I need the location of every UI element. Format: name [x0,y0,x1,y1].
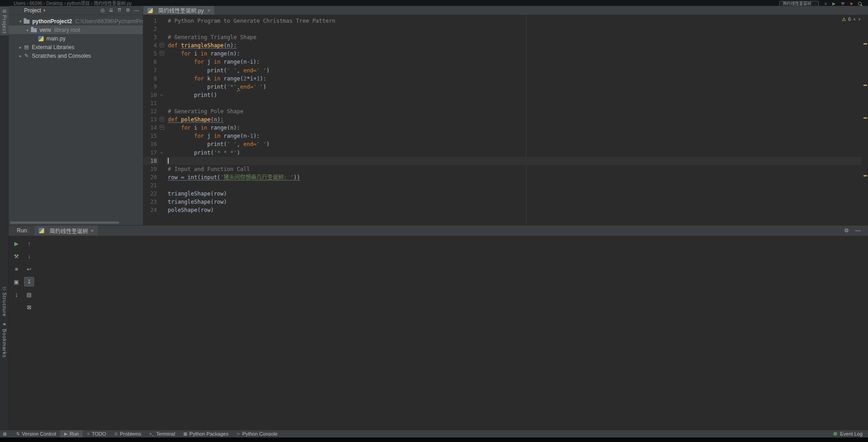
inspections-widget[interactable]: ⚠ 6 ∧ ∨ [842,16,861,22]
code-line[interactable] [166,25,862,33]
print-icon[interactable]: ▤ [24,290,34,299]
run-configuration-select[interactable]: 简约线性圣诞树 [779,1,819,6]
line-number[interactable]: 23 [143,198,159,206]
run-tab[interactable]: 简约线性圣诞树 × [35,226,97,236]
collapse-all-icon[interactable]: ⇈ [117,7,121,13]
stripe-project-button[interactable]: ▤ Project [0,7,9,35]
edit-configuration-icon[interactable]: ⚒ [11,251,21,261]
line-number[interactable]: 1 [143,17,159,25]
code-line[interactable]: def poleShape(n): [166,116,862,124]
editor-gutter[interactable]: 123456789101112131415161718192021222324 [143,17,159,214]
rerun-icon[interactable]: ▶ [11,239,21,248]
close-icon[interactable]: × [90,228,93,233]
chevron-right-icon[interactable]: ▸ [18,54,23,58]
code-line[interactable]: triangleShape(row) [166,198,862,206]
soft-wrap-icon[interactable]: ↩ [24,264,34,274]
code-line[interactable]: # Input and Function Call [166,165,862,173]
warning-stripe-mark[interactable] [863,43,867,45]
chevron-down-icon[interactable]: ▾ [43,8,45,13]
code-line[interactable]: print(' ', end=' ') [166,140,862,148]
line-number[interactable]: 9 [143,83,159,91]
line-number[interactable]: 21 [143,181,159,190]
statusbar-item-problems[interactable]: ⊙Problems [110,430,145,437]
tree-item-scratches[interactable]: ▸ ✎ Scratches and Consoles [9,51,143,60]
line-number[interactable]: 12 [143,107,159,116]
line-number[interactable]: 13 [143,116,159,124]
restore-layout-icon[interactable]: ▣ [11,277,21,286]
run-icon[interactable]: ▶ [833,1,836,6]
locate-file-icon[interactable]: ◎ [100,7,105,13]
line-number[interactable]: 4 [143,41,159,50]
fold-collapse-icon[interactable]: − [160,51,164,55]
code-line[interactable] [166,181,862,190]
tree-item-main-py[interactable]: main.py [9,34,143,43]
hide-icon[interactable]: — [134,7,139,13]
line-number[interactable]: 24 [143,206,159,214]
chevron-right-icon[interactable]: ▸ [18,45,23,50]
line-number[interactable]: 19 [143,165,159,173]
main-menu-icon[interactable]: ≡ [824,1,827,6]
pin-icon[interactable]: ↨ [11,290,21,299]
fold-collapse-icon[interactable]: − [160,117,164,121]
statusbar-item-version-control[interactable]: ⇅Version Control [12,430,60,437]
line-number[interactable]: 3 [143,33,159,41]
code-line[interactable]: for k in range(2*i+1): [166,75,862,83]
line-number[interactable]: 5 [143,50,159,58]
statusbar-item-python-console[interactable]: ≻Python Console [232,430,281,437]
horizontal-scrollbar[interactable] [10,221,119,224]
statusbar-item-todo[interactable]: ≡TODO [83,430,110,437]
code-line[interactable]: for j in range(n-i): [166,58,862,66]
code-line[interactable]: for j in range(n-1): [166,132,862,140]
close-icon[interactable]: × [207,8,210,13]
chevron-down-icon[interactable]: ▾ [18,19,23,24]
code-line[interactable]: # Python Program to Generate Christmas T… [166,17,862,25]
editor-tab[interactable]: 简约线性圣诞树.py × [143,6,214,15]
line-number[interactable]: 2 [143,25,159,33]
line-number[interactable]: 22 [143,190,159,198]
settings-icon[interactable]: ⚙ [844,227,849,234]
warning-stripe-mark[interactable] [863,117,867,119]
line-number[interactable]: 20 [143,173,159,181]
hide-icon[interactable]: — [855,227,861,234]
statusbar-item-terminal[interactable]: >_Terminal [145,430,179,437]
down-stack-trace-icon[interactable]: ↓ [24,251,34,261]
code-line[interactable]: print() [166,91,862,99]
project-panel-title[interactable]: Project [24,7,41,14]
line-number[interactable]: 15 [143,132,159,140]
code-line[interactable]: for i in range(n): [166,124,862,132]
event-log-button[interactable]: Event Log [833,431,868,437]
code-line[interactable]: triangleShape(row) [166,190,862,198]
stripe-bookmarks-button[interactable]: ⚑ Bookmarks [0,321,9,360]
warning-stripe-mark[interactable] [863,175,867,176]
expand-all-icon[interactable]: ⇊ [109,7,113,13]
line-number[interactable]: 6 [143,58,159,66]
line-number[interactable]: 11 [143,99,159,107]
statusbar-item-run[interactable]: ▶Run [60,430,83,437]
stop-icon[interactable]: ■ [850,1,853,6]
run-console[interactable] [38,236,868,430]
warning-stripe-mark[interactable] [863,85,867,86]
line-number[interactable]: 8 [143,75,159,83]
code-line[interactable]: # Generating Triangle Shape [166,33,862,41]
code-line[interactable] [166,99,862,107]
stripe-structure-button[interactable]: ◫ Structure [0,284,9,319]
editor-code[interactable]: # Python Program to Generate Christmas T… [166,17,862,214]
code-line[interactable]: for i in range(n): [166,50,862,58]
toolwindow-switcher-icon[interactable]: ▦ [3,432,7,436]
statusbar-item-python-packages[interactable]: ▦Python Packages [179,430,232,437]
stop-icon[interactable]: ■ [11,264,21,274]
code-line[interactable]: def triangleShape(n): [166,41,862,50]
code-line[interactable]: print('* * *') [166,149,862,157]
scroll-to-end-icon[interactable]: ↧ [24,277,34,286]
tree-item-external-libraries[interactable]: ▸ ▤ External Libraries [9,43,143,51]
code-line[interactable] [166,157,862,165]
error-stripe[interactable] [863,15,868,225]
tree-item-project-root[interactable]: ▾ pythonProject2 C:\Users\66396\PycharmP… [9,17,143,25]
tree-item-venv[interactable]: ▸ venv library root [9,25,143,34]
breadcrumb[interactable]: Users › 66396 › Desktop › python项目 › 简约线… [14,0,132,6]
prev-warning-icon[interactable]: ∧ [853,17,856,21]
settings-icon[interactable]: ⚙ [125,7,130,13]
editor[interactable]: 123456789101112131415161718192021222324 … [143,15,868,225]
next-warning-icon[interactable]: ∨ [858,17,861,21]
line-number[interactable]: 10 [143,91,159,99]
